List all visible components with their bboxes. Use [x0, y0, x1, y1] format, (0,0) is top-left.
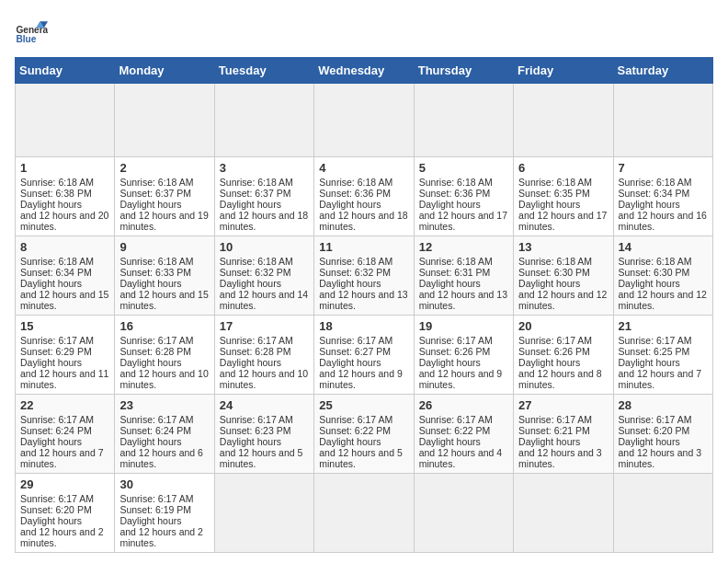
- calendar-cell: 16 Sunrise: 6:17 AM Sunset: 6:28 PM Dayl…: [115, 316, 214, 395]
- sunset-label: Sunset: 6:32 PM: [319, 267, 391, 278]
- calendar-cell: 19 Sunrise: 6:17 AM Sunset: 6:26 PM Dayl…: [414, 316, 513, 395]
- sunrise-label: Sunrise: 6:17 AM: [220, 414, 293, 425]
- sunset-label: Sunset: 6:34 PM: [20, 267, 92, 278]
- daylight-duration: and 12 hours and 17 minutes.: [419, 210, 507, 232]
- daylight-label: Daylight hours: [119, 199, 181, 210]
- daylight-duration: and 12 hours and 12 minutes.: [619, 289, 707, 311]
- sunrise-label: Sunrise: 6:17 AM: [518, 335, 592, 346]
- daylight-duration: and 12 hours and 15 minutes.: [119, 289, 208, 311]
- col-header-saturday: Saturday: [613, 58, 712, 84]
- col-header-tuesday: Tuesday: [214, 58, 313, 84]
- daylight-label: Daylight hours: [119, 515, 181, 526]
- daylight-duration: and 12 hours and 16 minutes.: [619, 210, 707, 232]
- sunset-label: Sunset: 6:36 PM: [419, 188, 491, 199]
- daylight-duration: and 12 hours and 4 minutes.: [419, 447, 503, 469]
- sunrise-label: Sunrise: 6:18 AM: [319, 256, 392, 267]
- calendar-week: 15 Sunrise: 6:17 AM Sunset: 6:29 PM Dayl…: [16, 316, 713, 395]
- sunset-label: Sunset: 6:22 PM: [419, 425, 491, 436]
- daylight-label: Daylight hours: [419, 357, 481, 368]
- sunset-label: Sunset: 6:28 PM: [220, 346, 291, 357]
- calendar-cell: 28 Sunrise: 6:17 AM Sunset: 6:20 PM Dayl…: [613, 395, 712, 474]
- col-header-thursday: Thursday: [414, 58, 513, 84]
- day-number: 22: [20, 398, 109, 412]
- calendar-cell: [414, 474, 513, 553]
- daylight-label: Daylight hours: [119, 436, 181, 447]
- daylight-label: Daylight hours: [220, 278, 281, 289]
- calendar-cell: 22 Sunrise: 6:17 AM Sunset: 6:24 PM Dayl…: [16, 395, 115, 474]
- daylight-duration: and 12 hours and 10 minutes.: [220, 368, 308, 390]
- sunrise-label: Sunrise: 6:17 AM: [619, 335, 692, 346]
- calendar-cell: 12 Sunrise: 6:18 AM Sunset: 6:31 PM Dayl…: [414, 236, 513, 316]
- day-number: 18: [319, 319, 408, 333]
- daylight-label: Daylight hours: [220, 199, 281, 210]
- sunset-label: Sunset: 6:26 PM: [518, 346, 590, 357]
- calendar-week: [16, 84, 713, 157]
- daylight-duration: and 12 hours and 20 minutes.: [20, 210, 108, 232]
- calendar-cell: [314, 474, 414, 553]
- sunset-label: Sunset: 6:20 PM: [619, 425, 690, 436]
- sunrise-label: Sunrise: 6:18 AM: [419, 256, 493, 267]
- daylight-label: Daylight hours: [20, 199, 82, 210]
- sunrise-label: Sunrise: 6:18 AM: [119, 177, 193, 188]
- sunset-label: Sunset: 6:33 PM: [119, 267, 191, 278]
- daylight-label: Daylight hours: [518, 278, 580, 289]
- header-row: SundayMondayTuesdayWednesdayThursdayFrid…: [16, 58, 713, 84]
- calendar-cell: 5 Sunrise: 6:18 AM Sunset: 6:36 PM Dayli…: [414, 157, 513, 236]
- day-number: 21: [619, 319, 708, 333]
- calendar-cell: 17 Sunrise: 6:17 AM Sunset: 6:28 PM Dayl…: [214, 316, 313, 395]
- col-header-sunday: Sunday: [16, 58, 115, 84]
- sunrise-label: Sunrise: 6:17 AM: [319, 335, 392, 346]
- daylight-label: Daylight hours: [119, 357, 181, 368]
- sunset-label: Sunset: 6:29 PM: [20, 346, 92, 357]
- sunrise-label: Sunrise: 6:18 AM: [619, 256, 692, 267]
- day-number: 4: [319, 161, 408, 175]
- sunset-label: Sunset: 6:24 PM: [20, 425, 92, 436]
- calendar-cell: 6 Sunrise: 6:18 AM Sunset: 6:35 PM Dayli…: [514, 157, 613, 236]
- daylight-duration: and 12 hours and 13 minutes.: [419, 289, 507, 311]
- calendar-cell: 9 Sunrise: 6:18 AM Sunset: 6:33 PM Dayli…: [115, 236, 214, 316]
- day-number: 11: [319, 240, 408, 254]
- calendar-cell: 25 Sunrise: 6:17 AM Sunset: 6:22 PM Dayl…: [314, 395, 414, 474]
- sunset-label: Sunset: 6:23 PM: [220, 425, 291, 436]
- day-number: 16: [119, 319, 209, 333]
- daylight-duration: and 12 hours and 14 minutes.: [220, 289, 308, 311]
- day-number: 7: [619, 161, 708, 175]
- daylight-duration: and 12 hours and 18 minutes.: [319, 210, 407, 232]
- calendar-cell: 2 Sunrise: 6:18 AM Sunset: 6:37 PM Dayli…: [115, 157, 214, 236]
- calendar-week: 8 Sunrise: 6:18 AM Sunset: 6:34 PM Dayli…: [16, 236, 713, 316]
- calendar-cell: 10 Sunrise: 6:18 AM Sunset: 6:32 PM Dayl…: [214, 236, 313, 316]
- day-number: 9: [119, 240, 209, 254]
- sunset-label: Sunset: 6:26 PM: [419, 346, 491, 357]
- col-header-monday: Monday: [115, 58, 214, 84]
- day-number: 25: [319, 398, 408, 412]
- sunrise-label: Sunrise: 6:17 AM: [20, 414, 94, 425]
- calendar-cell: [414, 84, 513, 157]
- calendar-cell: 23 Sunrise: 6:17 AM Sunset: 6:24 PM Dayl…: [115, 395, 214, 474]
- sunrise-label: Sunrise: 6:18 AM: [119, 256, 193, 267]
- logo: General Blue: [15, 15, 48, 48]
- daylight-duration: and 12 hours and 9 minutes.: [319, 368, 403, 390]
- calendar-week: 29 Sunrise: 6:17 AM Sunset: 6:20 PM Dayl…: [16, 474, 713, 553]
- daylight-label: Daylight hours: [220, 357, 281, 368]
- calendar-cell: [214, 84, 313, 157]
- daylight-label: Daylight hours: [20, 357, 82, 368]
- daylight-duration: and 12 hours and 6 minutes.: [119, 447, 203, 469]
- daylight-duration: and 12 hours and 11 minutes.: [20, 368, 108, 390]
- day-number: 26: [419, 398, 508, 412]
- sunset-label: Sunset: 6:34 PM: [619, 188, 690, 199]
- sunrise-label: Sunrise: 6:18 AM: [419, 177, 493, 188]
- daylight-duration: and 12 hours and 13 minutes.: [319, 289, 407, 311]
- day-number: 28: [619, 398, 708, 412]
- calendar-cell: 8 Sunrise: 6:18 AM Sunset: 6:34 PM Dayli…: [16, 236, 115, 316]
- calendar-cell: 29 Sunrise: 6:17 AM Sunset: 6:20 PM Dayl…: [16, 474, 115, 553]
- calendar-cell: [16, 84, 115, 157]
- daylight-label: Daylight hours: [619, 436, 680, 447]
- day-number: 20: [518, 319, 608, 333]
- sunset-label: Sunset: 6:22 PM: [319, 425, 391, 436]
- daylight-label: Daylight hours: [20, 278, 82, 289]
- calendar-cell: 18 Sunrise: 6:17 AM Sunset: 6:27 PM Dayl…: [314, 316, 414, 395]
- calendar-cell: [115, 84, 214, 157]
- sunset-label: Sunset: 6:28 PM: [119, 346, 191, 357]
- logo-icon: General Blue: [15, 15, 48, 48]
- daylight-label: Daylight hours: [518, 436, 580, 447]
